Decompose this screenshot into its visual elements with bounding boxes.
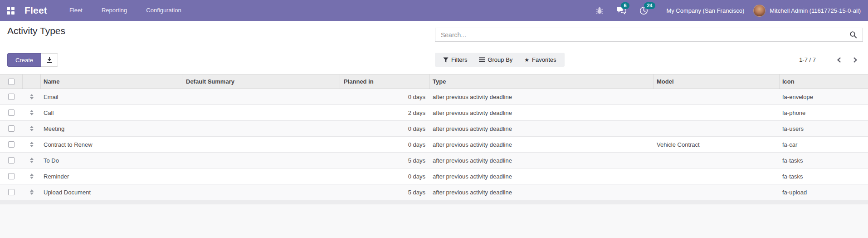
handle-header-cell <box>23 74 41 89</box>
cell-type[interactable]: after previous activity deadline <box>430 137 654 152</box>
cell-name[interactable]: Upload Document <box>41 184 182 200</box>
cell-planned-in[interactable]: 5 days <box>340 153 430 168</box>
row-checkbox-cell <box>0 137 23 152</box>
cell-type[interactable]: after previous activity deadline <box>430 153 654 168</box>
table-row[interactable]: Email 0 days after previous activity dea… <box>0 89 868 105</box>
table-row[interactable]: To Do 5 days after previous activity dea… <box>0 153 868 169</box>
cell-default-summary[interactable] <box>182 89 340 104</box>
cell-icon[interactable]: fa-upload <box>780 184 868 200</box>
row-drag-handle[interactable] <box>23 153 41 168</box>
cell-default-summary[interactable] <box>182 121 340 136</box>
table-row[interactable]: Upload Document 5 days after previous ac… <box>0 184 868 200</box>
cell-planned-in[interactable]: 2 days <box>340 105 430 120</box>
company-switcher[interactable]: My Company (San Francisco) <box>666 7 744 14</box>
row-checkbox[interactable] <box>8 109 15 116</box>
cell-name[interactable]: Call <box>41 105 182 120</box>
cell-model[interactable] <box>654 153 780 168</box>
create-button[interactable]: Create <box>7 53 41 67</box>
header-model[interactable]: Model <box>654 74 780 89</box>
pager-previous-button[interactable] <box>831 57 847 63</box>
cell-name[interactable]: Contract to Renew <box>41 137 182 152</box>
debug-menu-button[interactable] <box>589 0 610 21</box>
row-checkbox[interactable] <box>8 94 15 100</box>
table-row[interactable]: Reminder 0 days after previous activity … <box>0 169 868 184</box>
cell-model[interactable] <box>654 184 780 200</box>
row-drag-handle[interactable] <box>23 137 41 152</box>
favorites-button[interactable]: ★ Favorites <box>518 53 562 67</box>
pager-next-button[interactable] <box>847 57 863 63</box>
table-row[interactable]: Meeting 0 days after previous activity d… <box>0 121 868 137</box>
header-type[interactable]: Type <box>430 74 654 89</box>
cell-planned-in[interactable]: 0 days <box>340 121 430 136</box>
user-menu[interactable]: Mitchell Admin (11617725-15-0-all) <box>770 7 861 14</box>
table-row[interactable]: Call 2 days after previous activity dead… <box>0 105 868 121</box>
apps-menu-button[interactable] <box>0 0 21 21</box>
table-footer-strip <box>0 200 868 204</box>
row-drag-handle[interactable] <box>23 121 41 136</box>
row-checkbox[interactable] <box>8 189 15 195</box>
search-submit[interactable] <box>849 31 857 39</box>
cell-icon[interactable]: fa-envelope <box>780 89 868 104</box>
select-all-cell <box>0 74 23 89</box>
cell-model[interactable] <box>654 121 780 136</box>
row-drag-handle[interactable] <box>23 169 41 184</box>
row-drag-handle[interactable] <box>23 105 41 120</box>
cell-default-summary[interactable] <box>182 137 340 152</box>
table-row[interactable]: Contract to Renew 0 days after previous … <box>0 137 868 153</box>
cell-icon[interactable]: fa-tasks <box>780 169 868 184</box>
avatar[interactable] <box>753 5 766 17</box>
filters-button[interactable]: Filters <box>437 53 473 67</box>
row-checkbox[interactable] <box>8 125 15 132</box>
cell-planned-in[interactable]: 0 days <box>340 89 430 104</box>
pager-range[interactable]: 1-7 / 7 <box>799 56 816 63</box>
select-all-checkbox[interactable] <box>8 79 15 85</box>
cell-planned-in[interactable]: 5 days <box>340 184 430 200</box>
cell-model[interactable] <box>654 105 780 120</box>
cell-model[interactable] <box>654 169 780 184</box>
cell-model[interactable]: Vehicle Contract <box>654 137 780 152</box>
header-name[interactable]: Name <box>41 74 182 89</box>
messages-menu-button[interactable]: 6 <box>610 0 633 21</box>
group-by-button[interactable]: Group By <box>473 53 518 67</box>
cell-planned-in[interactable]: 0 days <box>340 169 430 184</box>
favorites-label: Favorites <box>532 56 556 63</box>
row-checkbox[interactable] <box>8 173 15 179</box>
cell-icon[interactable]: fa-tasks <box>780 153 868 168</box>
cell-icon[interactable]: fa-car <box>780 137 868 152</box>
cell-type[interactable]: after previous activity deadline <box>430 105 654 120</box>
cell-type[interactable]: after previous activity deadline <box>430 89 654 104</box>
search-input[interactable] <box>441 31 849 39</box>
cell-default-summary[interactable] <box>182 184 340 200</box>
header-default-summary[interactable]: Default Summary <box>182 74 340 89</box>
app-brand[interactable]: Fleet <box>24 5 47 16</box>
menu-configuration[interactable]: Configuration <box>137 0 190 21</box>
cell-name[interactable]: Email <box>41 89 182 104</box>
row-checkbox[interactable] <box>8 157 15 164</box>
cell-icon[interactable]: fa-users <box>780 121 868 136</box>
row-checkbox-cell <box>0 184 23 200</box>
activities-menu-button[interactable]: 24 <box>633 0 654 21</box>
cell-type[interactable]: after previous activity deadline <box>430 121 654 136</box>
cell-name[interactable]: Meeting <box>41 121 182 136</box>
row-drag-handle[interactable] <box>23 184 41 200</box>
cell-default-summary[interactable] <box>182 169 340 184</box>
header-icon[interactable]: Icon <box>780 74 868 89</box>
cell-icon[interactable]: fa-phone <box>780 105 868 120</box>
row-checkbox[interactable] <box>8 141 15 148</box>
row-drag-handle[interactable] <box>23 89 41 104</box>
drag-handle-icon <box>30 94 34 99</box>
cell-name[interactable]: To Do <box>41 153 182 168</box>
bug-icon <box>595 7 604 15</box>
cell-model[interactable] <box>654 89 780 104</box>
menu-fleet[interactable]: Fleet <box>60 0 92 21</box>
cell-name[interactable]: Reminder <box>41 169 182 184</box>
cell-default-summary[interactable] <box>182 153 340 168</box>
export-button[interactable] <box>41 53 58 67</box>
cell-type[interactable]: after previous activity deadline <box>430 169 654 184</box>
drag-handle-icon <box>30 142 34 147</box>
cell-type[interactable]: after previous activity deadline <box>430 184 654 200</box>
menu-reporting[interactable]: Reporting <box>92 0 137 21</box>
header-planned-in[interactable]: Planned in <box>340 74 430 89</box>
cell-planned-in[interactable]: 0 days <box>340 137 430 152</box>
cell-default-summary[interactable] <box>182 105 340 120</box>
